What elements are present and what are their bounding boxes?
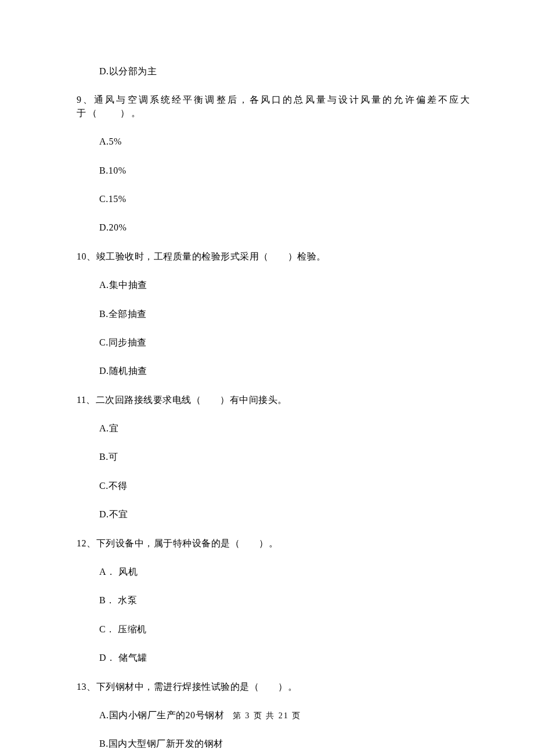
question-11-option-d: D.不宜 <box>99 508 471 521</box>
question-11-option-c: C.不得 <box>99 480 471 492</box>
question-9-option-b: B.10% <box>99 164 471 177</box>
question-12-option-a: A． 风机 <box>99 566 471 578</box>
question-9-option-a: A.5% <box>99 135 471 148</box>
question-10-option-d: D.随机抽查 <box>99 365 471 377</box>
question-12-option-c: C． 压缩机 <box>99 623 471 636</box>
question-9-option-d: D.20% <box>99 221 471 234</box>
question-11-option-a: A.宜 <box>99 422 471 435</box>
question-12-text: 12、下列设备中，属于特种设备的是（ ）。 <box>77 537 471 550</box>
question-13-text: 13、下列钢材中，需进行焊接性试验的是（ ）。 <box>77 681 471 693</box>
question-12-option-d: D． 储气罐 <box>99 651 471 664</box>
document-page: D.以分部为主 9、通风与空调系统经平衡调整后，各风口的总风量与设计风量的允许偏… <box>0 0 534 756</box>
question-10-option-b: B.全部抽查 <box>99 308 471 321</box>
page-footer: 第 3 页 共 21 页 <box>0 711 534 721</box>
question-11-option-b: B.可 <box>99 451 471 463</box>
question-12-option-b: B． 水泵 <box>99 594 471 607</box>
question-9-text: 9、通风与空调系统经平衡调整后，各风口的总风量与设计风量的允许偏差不应大于（ ）… <box>77 93 471 120</box>
question-10-text: 10、竣工验收时，工程质量的检验形式采用（ ）检验。 <box>77 250 471 263</box>
question-10-option-c: C.同步抽查 <box>99 336 471 349</box>
prev-question-option-d: D.以分部为主 <box>99 65 471 78</box>
question-11-text: 11、二次回路接线要求电线（ ）有中间接头。 <box>77 394 471 406</box>
question-9-option-c: C.15% <box>99 193 471 206</box>
question-13-option-b: B.国内大型钢厂新开发的钢材 <box>99 737 471 750</box>
question-10-option-a: A.集中抽查 <box>99 279 471 291</box>
